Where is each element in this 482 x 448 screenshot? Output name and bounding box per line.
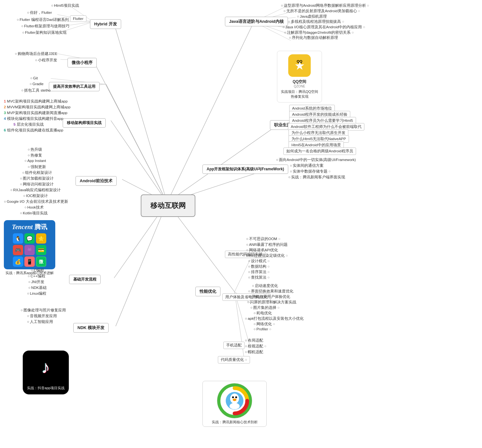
tool-3: ○抓包工具 stetho xyxy=(20,87,52,94)
branch-android-frontier-label: Android前沿技术 xyxy=(80,178,112,183)
appfw-leaf-2: ○实体间的通信方案 xyxy=(289,163,325,169)
ndk-2: ○音视频开发应用 xyxy=(26,313,58,319)
tencent-text-cn: 腾讯 xyxy=(34,223,47,230)
branch-foundation[interactable]: 基础开发流程 xyxy=(69,275,101,284)
arch-3: 3 MVP架构项目实战构建新闻直播app xyxy=(3,110,69,116)
svg-text:微: 微 xyxy=(39,259,44,264)
arch-6: 6 组件化项目实战构建在线直播app xyxy=(3,127,65,133)
svg-line-8 xyxy=(167,22,254,202)
center-node: 移动互联网 xyxy=(141,194,195,217)
arch-5: 5 层次化项目实战 xyxy=(12,121,45,128)
frontier-7: ○网络访问框架设计 xyxy=(19,181,55,187)
frontier-10: ○Google I/O 大会前沿技术及技术更新 xyxy=(3,199,69,205)
ndk-3: ○人工智能应用 xyxy=(26,319,54,325)
svg-point-41 xyxy=(233,399,237,401)
base-5: ○Linux编程 xyxy=(26,291,48,297)
icon-game1: 🎮 xyxy=(13,245,23,255)
branch-perf-opt[interactable]: 性能优化 xyxy=(195,287,220,296)
branch-app-framework[interactable]: App开发框架知识体系(高级UI与FrameWork) xyxy=(202,165,288,174)
frontier-4: ○强制更新 xyxy=(26,164,47,170)
tencent-icons-grid: 🐧 💬 ⭐ 🎮 👾 💳 💰 📱 微 xyxy=(8,233,51,267)
qq-space-caption: 实战项目：腾讯QQ空间热修复实现 xyxy=(281,89,318,99)
branch-hybrid[interactable]: Hybrid 开发 xyxy=(90,19,121,29)
svg-text:♪: ♪ xyxy=(41,357,50,377)
hybrid-leaf-4: ○Flutter框架原理与使用技巧 xyxy=(20,23,71,29)
career-leaf-8: 如何成为一名合格的两级Android程序员 xyxy=(283,148,356,155)
tiktok-logo-wrapper: ♪ ♪ ♪ xyxy=(27,354,65,384)
branch-java-android[interactable]: Java语言进阶与Android内核 xyxy=(225,17,288,26)
svg-text:QQ: QQ xyxy=(297,59,302,63)
icon-qqzone: ⭐ xyxy=(36,233,46,244)
adapt-1: ○布局适配 xyxy=(244,337,264,344)
icon-wxpay2: 💰 xyxy=(13,256,23,267)
hiperf-1: ○不可思议的OOM ○ xyxy=(245,236,282,242)
tencent-text: Tencent xyxy=(12,223,33,230)
frontier-11: ○Hook技术 xyxy=(23,204,45,211)
svg-line-4 xyxy=(111,121,167,202)
sub-phone-adapt[interactable]: 手机适配 xyxy=(223,342,245,349)
branch-weixin-label: 微信小程序 xyxy=(72,60,93,65)
icon-app: 📱 xyxy=(24,256,35,267)
branch-weixin[interactable]: 微信小程序 xyxy=(67,58,97,67)
svg-line-7 xyxy=(116,202,167,326)
sub-code-quality[interactable]: 代码质量优化 ○ xyxy=(218,356,250,363)
branch-hybrid-label: Hybrid 开发 xyxy=(94,22,117,26)
hybrid-leaf-5: ○Flutter架构知识落地实现 xyxy=(21,30,68,36)
svg-line-9 xyxy=(167,124,280,202)
base-1: ○C编程 xyxy=(30,267,45,273)
svg-point-42 xyxy=(229,403,239,409)
frontier-9: ○IOC框架设计 xyxy=(22,193,49,199)
appfw-leaf-1: ○面向Android中的一切实体(高级UI/Framework) xyxy=(275,157,357,163)
sub-flutter[interactable]: Flutter xyxy=(70,15,86,22)
branch-perf-opt-label: 性能优化 xyxy=(200,289,216,294)
leaf-java-7: ○序列化与数据自动解析原理 xyxy=(288,35,339,41)
adapt-2: ○校视适配 ○ xyxy=(244,343,268,349)
frontier-6: ○图片加载框架设计 xyxy=(19,175,55,182)
arch-4: 4 模块化编程项目实战构建抖音app xyxy=(3,116,65,122)
frontier-5: ○组件化框架设计 xyxy=(21,170,53,176)
frontier-3: ○App Instant xyxy=(23,158,47,163)
tool-1: ○Git xyxy=(29,76,39,81)
adapt-3: ○帽机适配 xyxy=(244,349,264,355)
base-4: ○NDK基础 xyxy=(27,285,48,291)
center-label: 移动互联网 xyxy=(150,202,186,210)
hybrid-leaf-1: ○Html5项目实战 xyxy=(50,3,80,9)
svg-point-40 xyxy=(235,396,237,398)
image-qq-space: ★ QQ QQ空间 QZONE 实战项目：腾讯QQ空间热修复实现 xyxy=(277,51,322,103)
branch-foundation-label: 基础开发流程 xyxy=(73,277,96,282)
branch-tools[interactable]: 提高开发效率的工具运用 xyxy=(49,82,100,91)
wx-leaf-2: ○小程序开发 xyxy=(34,57,58,63)
appfw-leaf-3: ○实体中数据存储专题 ○ xyxy=(289,168,332,175)
tencent-logo-box: Tencent 腾讯 🐧 💬 ⭐ 🎮 👾 💳 💰 📱 微 xyxy=(4,220,55,269)
base-3: ○JNI开发 xyxy=(27,279,46,285)
tiktok-caption: 实战：抖音app项目实战 xyxy=(27,386,65,390)
branch-android-frontier[interactable]: Android前沿技术 xyxy=(76,176,117,186)
ndk-1: ○图像处理与照片修复应用 xyxy=(19,307,67,313)
frontier-2: ○热修复 xyxy=(26,152,43,158)
icon-qq: 🐧 xyxy=(13,233,23,244)
icon-game2: 👾 xyxy=(24,245,35,255)
weixin-pay-svg: 微 xyxy=(37,257,46,266)
ux-9: ○Profiler ○ xyxy=(252,327,273,332)
branch-arch-project[interactable]: 移动架构师项目实战 xyxy=(63,118,106,128)
icon-weixinpay: 微 xyxy=(36,256,46,267)
svg-line-0 xyxy=(116,29,167,202)
arch-1: 1 MVC架构项目实战构建网上商城app xyxy=(3,98,69,104)
frontier-1: ○热升级 xyxy=(26,147,43,153)
appfw-leaf-4: ○实战：腾讯新闻客户端界面实现 xyxy=(287,174,346,180)
image-tiktok: ♪ ♪ ♪ 实战：抖音app项目实战 xyxy=(22,350,69,395)
wx-leaf-1: ○购物商场后台搭建J2EE xyxy=(13,51,58,57)
qq-music-caption: 实战：腾讯新闻核心技术剖析 xyxy=(205,420,264,425)
base-2: ○C++编程 xyxy=(26,273,47,279)
branch-arch-project-label: 移动架构师项目实战 xyxy=(67,121,102,125)
branch-ndk-label: NDK 模块开发 xyxy=(77,325,104,330)
tiktok-logo-svg: ♪ ♪ ♪ xyxy=(31,354,60,383)
arch-2: 2 MVVM架构项目实战构建网上商城app xyxy=(3,104,72,110)
branch-app-framework-label: App开发框架知识体系(高级UI与FrameWork) xyxy=(207,167,284,171)
icon-wxpay: 💳 xyxy=(36,245,46,255)
mindmap-container: 移动互联网 Java语言进阶与Android内核 ○这型原理与Android网络… xyxy=(0,0,482,448)
branch-ndk[interactable]: NDK 模块开发 xyxy=(73,323,109,333)
branch-java-android-label: Java语言进阶与Android内核 xyxy=(229,19,284,24)
icon-wechat: 💬 xyxy=(24,233,35,244)
svg-point-39 xyxy=(232,396,234,398)
